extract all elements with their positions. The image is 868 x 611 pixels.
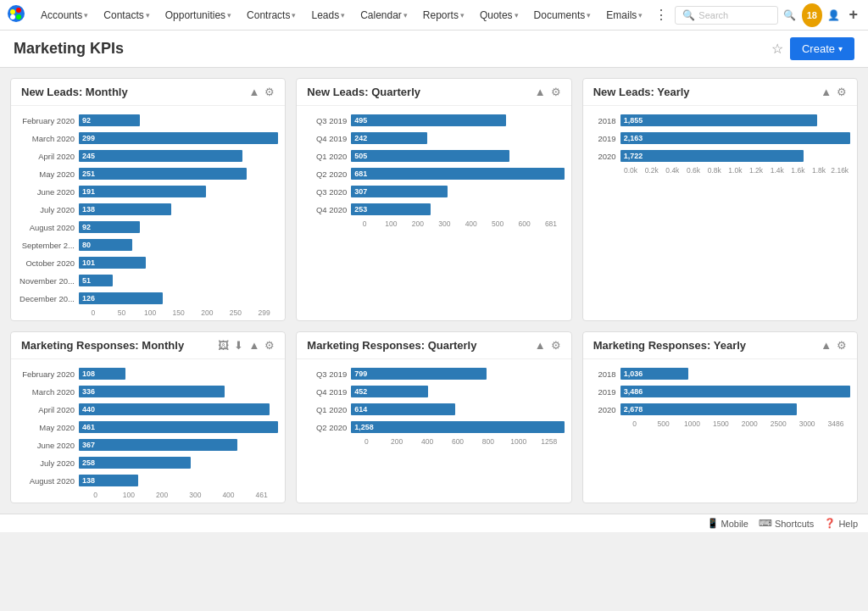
nav-leads[interactable]: Leads ▾: [304, 0, 352, 31]
avatar[interactable]: 18: [802, 3, 822, 27]
bar-value: 440: [82, 405, 95, 414]
bar-value: 461: [82, 423, 95, 431]
chart-image-icon[interactable]: 🖼: [218, 339, 229, 352]
collapse-icon[interactable]: ▲: [821, 339, 832, 352]
bar-row: Q2 2020681: [303, 166, 564, 181]
bar-row: September 2...80: [18, 237, 278, 253]
x-label: 500: [484, 219, 510, 228]
mobile-link[interactable]: 📱 Mobile: [707, 518, 748, 529]
bar-value: 307: [354, 187, 367, 196]
nav-contacts[interactable]: Contacts ▾: [97, 0, 156, 31]
panel-title: Marketing Responses: Monthly: [21, 339, 184, 352]
bar-label: April 2020: [18, 152, 79, 161]
search-button[interactable]: 🔍: [780, 3, 800, 27]
panel-header: Marketing Responses: Yearly▲⚙: [583, 332, 857, 359]
bar-value: 1,036: [624, 369, 643, 378]
chart-area: February 2020108March 2020336April 20204…: [11, 359, 285, 503]
collapse-icon[interactable]: ▲: [248, 339, 259, 352]
chart-area: Q3 2019495Q4 2019242Q1 2020505Q2 2020681…: [297, 106, 570, 231]
bar-label: December 20...: [18, 294, 79, 303]
bar-row: June 2020191: [18, 184, 278, 199]
nav-reports[interactable]: Reports ▾: [416, 0, 471, 31]
create-button[interactable]: Create ▾: [790, 37, 854, 60]
help-link[interactable]: ❓ Help: [824, 518, 858, 529]
bar-track: 138: [79, 202, 278, 217]
nav-contracts[interactable]: Contracts ▾: [240, 0, 303, 31]
bar-value: 2,163: [624, 134, 643, 142]
settings-icon[interactable]: ⚙: [837, 339, 847, 352]
bar-row: Q2 20201,258: [303, 419, 564, 435]
bar-fill: 452: [351, 386, 427, 397]
user-icon[interactable]: 👤: [824, 3, 844, 27]
bar-fill: 1,722: [620, 150, 804, 162]
panel-title: New Leads: Monthly: [21, 86, 128, 98]
bar-fill: 92: [79, 114, 140, 126]
bar-track: 101: [79, 255, 278, 270]
x-label: 200: [193, 308, 222, 317]
svg-point-2: [16, 8, 21, 13]
shortcuts-link[interactable]: ⌨ Shortcuts: [759, 518, 814, 529]
bar-label: April 2020: [18, 405, 79, 414]
bar-row: 20201,722: [590, 148, 850, 164]
bar-fill: 251: [79, 168, 247, 180]
nav-calendar[interactable]: Calendar ▾: [353, 0, 415, 31]
nav-emails[interactable]: Emails ▾: [599, 0, 649, 31]
settings-icon[interactable]: ⚙: [551, 339, 561, 352]
bar-label: Q3 2019: [303, 369, 351, 379]
bar-track: 452: [351, 384, 564, 399]
logo[interactable]: [7, 4, 25, 25]
bar-row: Q4 2019242: [303, 131, 564, 146]
bar-label: July 2020: [18, 458, 79, 468]
topnav: Accounts ▾ Contacts ▾ Opportunities ▾ Co…: [0, 0, 868, 31]
collapse-icon[interactable]: ▲: [248, 86, 259, 98]
bar-label: May 2020: [18, 169, 79, 179]
add-icon[interactable]: +: [846, 6, 862, 24]
x-label: 681: [537, 219, 564, 228]
bar-fill: 138: [79, 475, 138, 486]
collapse-icon[interactable]: ▲: [535, 339, 546, 352]
nav-accounts[interactable]: Accounts ▾: [34, 0, 95, 31]
x-label: 800: [473, 437, 504, 446]
more-icon[interactable]: ⋮: [651, 7, 671, 23]
settings-icon[interactable]: ⚙: [264, 339, 275, 352]
bar-fill: 505: [351, 150, 509, 162]
nav-opportunities[interactable]: Opportunities ▾: [159, 0, 238, 31]
bar-value: 138: [82, 476, 95, 485]
bar-value: 51: [82, 276, 91, 285]
settings-icon[interactable]: ⚙: [837, 86, 847, 98]
bar-row: 20181,855: [590, 113, 850, 128]
collapse-icon[interactable]: ▲: [821, 86, 832, 98]
chart-area: February 202092March 2020299April 202024…: [11, 106, 285, 320]
bar-row: March 2020336: [18, 384, 278, 399]
dashboard: New Leads: Monthly▲⚙February 202092March…: [0, 68, 868, 514]
bar-fill: 799: [351, 368, 487, 380]
keyboard-icon: ⌨: [759, 518, 772, 529]
x-label: 400: [458, 219, 484, 228]
mobile-icon: 📱: [707, 518, 719, 529]
chevron-down-icon: ▾: [341, 11, 345, 19]
bar-track: 614: [351, 402, 564, 417]
nav-quotes[interactable]: Quotes ▾: [473, 0, 526, 31]
panel-controls: 🖼⬇▲⚙: [218, 339, 275, 352]
bar-label: Q3 2019: [303, 116, 351, 125]
search-input[interactable]: 🔍 Search: [675, 6, 778, 25]
settings-icon[interactable]: ⚙: [551, 86, 561, 98]
bar-value: 138: [82, 205, 95, 214]
bar-value: 614: [354, 405, 367, 414]
bar-fill: 336: [79, 386, 225, 397]
bar-row: Q3 2019799: [303, 366, 564, 381]
bar-label: 2020: [590, 405, 620, 414]
favorite-icon[interactable]: ☆: [771, 41, 783, 57]
bar-label: 2018: [590, 369, 620, 379]
nav-documents[interactable]: Documents ▾: [527, 0, 598, 31]
download-icon[interactable]: ⬇: [234, 339, 243, 352]
x-label: 299: [250, 308, 279, 317]
bar-value: 495: [354, 116, 367, 125]
bar-fill: 367: [79, 439, 237, 451]
bar-value: 299: [82, 134, 95, 142]
collapse-icon[interactable]: ▲: [535, 86, 546, 98]
bar-value: 126: [82, 294, 95, 303]
settings-icon[interactable]: ⚙: [264, 86, 275, 98]
bar-label: May 2020: [18, 423, 79, 432]
panel-title: New Leads: Yearly: [593, 86, 690, 98]
